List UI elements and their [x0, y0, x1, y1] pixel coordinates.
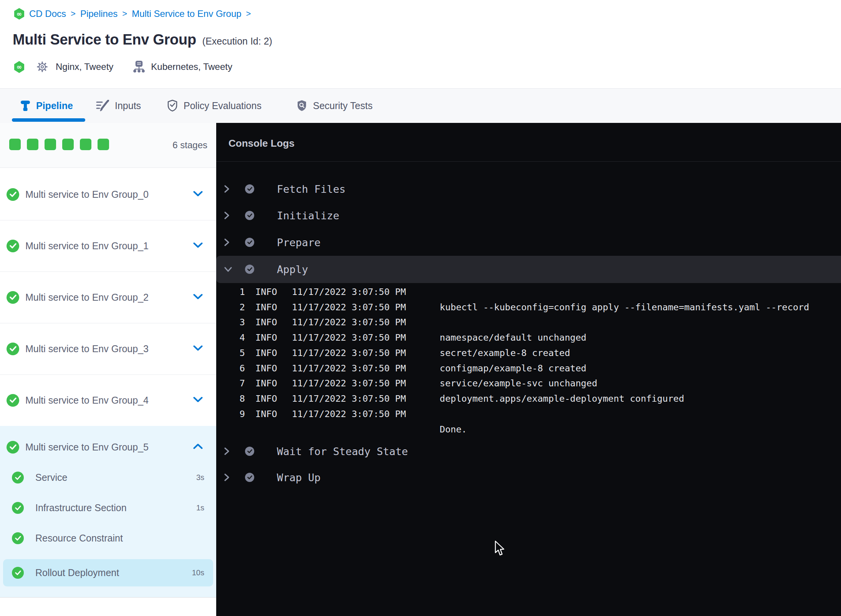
step-duration: 3s [196, 473, 204, 482]
chevron-right-icon[interactable] [224, 238, 230, 247]
success-check-icon [7, 394, 19, 407]
row-divider [0, 272, 216, 272]
active-tab-underline [12, 118, 85, 122]
breadcrumb-link-cd-docs[interactable]: CD Docs [29, 8, 66, 19]
chevron-up-icon[interactable] [193, 444, 203, 451]
step-success-check-icon [245, 473, 254, 482]
environment-icon [133, 61, 145, 73]
harness-logo-icon: ∞ [14, 61, 25, 73]
step-duration: 10s [192, 568, 204, 577]
stage-status-squares[interactable] [9, 139, 109, 150]
stage-count-label: 6 stages [172, 140, 207, 151]
stage-row-1[interactable]: Multi service to Env Group_1 [0, 233, 216, 258]
step-row-resource-constraint[interactable]: Resource Constraint [0, 527, 216, 550]
execution-meta-row: ∞ Nginx, Tweety Kubernetes, Tweety [14, 59, 232, 75]
stage-square [62, 139, 74, 150]
log-line: 8INFO11/17/2022 3:07:50 PMdeployment.app… [216, 391, 841, 406]
stage-row-2[interactable]: Multi service to Env Group_2 [0, 285, 216, 310]
gear-icon [36, 61, 48, 73]
console-step-fetch-files[interactable]: Fetch Files [216, 178, 841, 200]
stage-square [80, 139, 91, 150]
chevron-down-icon[interactable] [193, 242, 203, 250]
policy-shield-check-icon [167, 99, 178, 112]
log-done-line: Done. [216, 422, 841, 437]
log-line: 3INFO11/17/2022 3:07:50 PM [216, 315, 841, 330]
tab-security-tests[interactable]: Security Tests [296, 89, 372, 123]
chevron-down-icon[interactable] [193, 294, 203, 301]
stage-square [45, 139, 56, 150]
execution-id-label: (Execution Id: 2) [202, 36, 272, 47]
success-check-icon [12, 532, 24, 544]
stage-row-0[interactable]: Multi service to Env Group_0 [0, 182, 216, 207]
inputs-icon [96, 100, 109, 111]
step-success-check-icon [245, 447, 254, 456]
chevron-down-icon[interactable] [193, 191, 203, 198]
step-success-check-icon [245, 211, 254, 220]
expanded-stage-section: Multi service to Env Group_5 Service 3s … [0, 426, 216, 598]
log-line: 4INFO11/17/2022 3:07:50 PMnamespace/defa… [216, 330, 841, 345]
row-divider [0, 374, 216, 375]
step-row-rollout-deployment[interactable]: Rollout Deployment 10s [0, 561, 216, 584]
breadcrumb-separator: > [122, 9, 127, 19]
console-step-wait-for-steady-state[interactable]: Wait for Steady State [216, 440, 841, 462]
stages-panel-header: 6 stages [0, 123, 216, 168]
step-duration: 1s [196, 503, 204, 512]
chevron-down-icon[interactable] [193, 397, 203, 404]
console-step-initialize[interactable]: Initialize [216, 205, 841, 226]
success-check-icon [7, 188, 19, 201]
tab-pipeline[interactable]: Pipeline [20, 89, 73, 123]
breadcrumb-link-pipeline-name[interactable]: Multi Service to Env Group [132, 8, 241, 19]
step-row-service[interactable]: Service 3s [0, 466, 216, 489]
success-check-icon [7, 291, 19, 304]
success-check-icon [7, 240, 19, 252]
services-label: Nginx, Tweety [56, 61, 113, 72]
success-check-icon [12, 567, 24, 579]
stage-row-5[interactable]: Multi service to Env Group_5 [0, 434, 216, 460]
success-check-icon [12, 472, 24, 484]
stage-row-3[interactable]: Multi service to Env Group_3 [0, 336, 216, 361]
stage-square [9, 139, 21, 150]
step-success-check-icon [245, 184, 254, 194]
environments-label: Kubernetes, Tweety [151, 61, 232, 72]
stages-panel: 6 stages Multi service to Env Group_0 Mu… [0, 123, 216, 616]
stage-square [27, 139, 38, 150]
success-check-icon [12, 502, 24, 514]
breadcrumb-separator: > [246, 9, 251, 19]
log-line: 7INFO11/17/2022 3:07:50 PMservice/exampl… [216, 376, 841, 391]
pipeline-icon [20, 99, 30, 112]
console-step-apply[interactable]: Apply [216, 258, 841, 280]
console-logs-panel: Console Logs Fetch Files Initialize Prep… [216, 123, 841, 616]
harness-logo-icon: ∞ [14, 8, 25, 20]
log-line: 1INFO11/17/2022 3:07:50 PM [216, 284, 841, 300]
step-success-check-icon [245, 238, 254, 247]
chevron-right-icon[interactable] [224, 211, 230, 220]
log-line: 2INFO11/17/2022 3:07:50 PMkubectl --kube… [216, 300, 841, 315]
breadcrumb-link-pipelines[interactable]: Pipelines [80, 8, 118, 19]
chevron-right-icon[interactable] [224, 447, 230, 455]
chevron-down-icon[interactable] [224, 267, 232, 272]
chevron-down-icon[interactable] [193, 345, 203, 353]
log-line: 5INFO11/17/2022 3:07:50 PMsecret/example… [216, 345, 841, 361]
console-title: Console Logs [228, 137, 295, 149]
chevron-right-icon[interactable] [224, 473, 230, 482]
mouse-cursor [495, 541, 505, 558]
log-output: 1INFO11/17/2022 3:07:50 PM 2INFO11/17/20… [216, 284, 841, 437]
page-title: Multi Service to Env Group [13, 31, 196, 48]
step-success-check-icon [245, 265, 254, 274]
console-header-divider [216, 161, 841, 162]
breadcrumb-separator: > [71, 9, 76, 19]
breadcrumb: ∞ CD Docs > Pipelines > Multi Service to… [14, 8, 251, 20]
tab-inputs[interactable]: Inputs [96, 89, 141, 123]
step-row-infrastructure[interactable]: Infrastructure Section 1s [0, 496, 216, 519]
stage-row-4[interactable]: Multi service to Env Group_4 [0, 387, 216, 413]
stage-square [98, 139, 109, 150]
tab-bar: Pipeline Inputs Policy Evaluations [0, 89, 841, 123]
console-step-prepare[interactable]: Prepare [216, 232, 841, 253]
chevron-right-icon[interactable] [224, 185, 230, 193]
log-line: 6INFO11/17/2022 3:07:50 PMconfigmap/exam… [216, 361, 841, 376]
row-divider [0, 323, 216, 323]
tab-policy-evaluations[interactable]: Policy Evaluations [167, 89, 262, 123]
success-check-icon [7, 441, 19, 454]
console-step-wrap-up[interactable]: Wrap Up [216, 467, 841, 488]
success-check-icon [7, 343, 19, 355]
